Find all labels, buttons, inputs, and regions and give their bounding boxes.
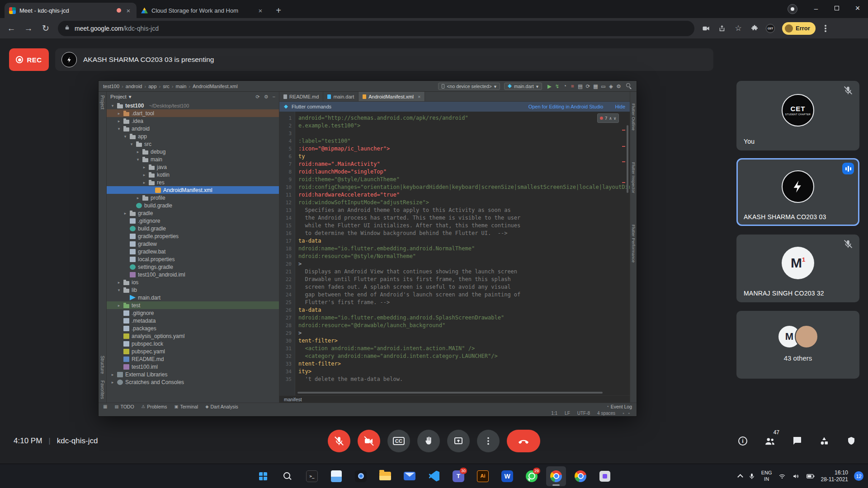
end-call-button[interactable] — [507, 430, 540, 452]
vertical-scrollbar[interactable] — [627, 125, 628, 193]
tool-window-button[interactable]: ▤ TODO — [114, 404, 134, 409]
tree-item[interactable]: ▾ test100 ~/Desktop/test100 — [107, 102, 279, 109]
notification-count-badge[interactable]: 12 — [854, 471, 863, 481]
taskbar-icon[interactable] — [473, 466, 493, 486]
tree-item[interactable]: ▸ gradle — [107, 209, 279, 217]
tab-close-icon[interactable]: × — [257, 7, 264, 14]
captions-button[interactable]: CC — [387, 430, 410, 452]
error-stripe-mark[interactable] — [622, 146, 625, 147]
taskbar-icon[interactable] — [351, 466, 371, 486]
tree-item[interactable]: build.gradle — [107, 202, 279, 209]
project-header-label[interactable]: Project — [110, 94, 127, 99]
error-count-widget[interactable]: 7 ∧ ∨ — [597, 113, 619, 123]
tree-item[interactable]: .packages — [107, 324, 279, 332]
tree-item[interactable]: ▸ Scratches and Consoles — [107, 378, 279, 386]
event-log-button[interactable]: ◔ Event Log — [606, 404, 632, 409]
hidden-icons-chevron[interactable] — [737, 474, 743, 480]
expander-icon[interactable]: ▸ — [136, 196, 140, 200]
right-stripe-tab[interactable]: Flutter Inspector — [631, 162, 636, 193]
tree-item[interactable]: test100_android.iml — [107, 271, 279, 278]
expander-icon[interactable]: ▾ — [123, 134, 127, 139]
tree-item[interactable]: ▾ src — [107, 140, 279, 148]
studio-toolbar-icon[interactable]: ▤ — [577, 83, 584, 89]
tree-item[interactable]: ▸ .idea — [107, 117, 279, 125]
participant-tile-others[interactable]: M 43 others — [736, 311, 859, 379]
taskbar-icon[interactable] — [571, 466, 590, 486]
bookmark-star-icon[interactable]: ☆ — [733, 23, 743, 33]
taskbar-icon[interactable] — [278, 466, 297, 486]
host-controls-button[interactable] — [845, 435, 857, 447]
studio-toolbar-icon[interactable]: ◔ — [561, 83, 568, 89]
tree-item[interactable]: main.dart — [107, 294, 279, 301]
profile-error-chip[interactable]: Error — [782, 22, 816, 35]
expander-icon[interactable]: ▾ — [117, 288, 121, 292]
project-header-icon[interactable]: ⟳ — [255, 94, 259, 100]
hide-link[interactable]: Hide — [615, 104, 625, 109]
chevron-down-icon[interactable]: ▾ — [129, 94, 132, 100]
tree-item[interactable]: pubspec.lock — [107, 340, 279, 347]
status-item[interactable]: 4 spaces — [597, 411, 615, 416]
tree-item[interactable]: ▸ ios — [107, 278, 279, 286]
taskbar-icon[interactable] — [253, 466, 273, 486]
tree-item[interactable]: ▸ kotlin — [107, 171, 279, 178]
tree-item[interactable]: README.md — [107, 355, 279, 363]
device-selector[interactable]: <no device selected> ▾ — [438, 83, 500, 90]
tree-item[interactable]: pubspec.yaml — [107, 347, 279, 355]
tool-windows-toggle-icon[interactable]: ▦ — [103, 404, 107, 409]
volume-icon[interactable] — [792, 472, 800, 480]
tree-item[interactable]: ▾ main — [107, 155, 279, 163]
tree-item[interactable]: .metadata — [107, 317, 279, 324]
expander-icon[interactable]: ▸ — [117, 111, 121, 116]
present-button[interactable] — [447, 430, 470, 452]
tool-window-button[interactable]: ◆ Dart Analysis — [205, 404, 238, 409]
share-icon[interactable] — [718, 24, 726, 33]
forward-button[interactable]: → — [24, 23, 33, 33]
minimize-button[interactable]: – — [806, 0, 826, 16]
tree-item[interactable]: local.properties — [107, 255, 279, 263]
right-stripe-tab[interactable]: Flutter Performance — [631, 225, 636, 263]
expander-icon[interactable]: ▸ — [110, 372, 115, 377]
tab-meet[interactable]: Meet - kdc-qhis-jcd × — [5, 3, 137, 18]
expander-icon[interactable]: ▸ — [136, 150, 140, 154]
expander-icon[interactable]: ▸ — [117, 280, 121, 285]
battery-icon[interactable] — [806, 472, 815, 481]
project-header-icon[interactable]: − — [273, 94, 275, 100]
language-indicator[interactable]: ENG IN — [761, 470, 772, 482]
horizontal-scrollbar[interactable] — [297, 392, 603, 394]
tree-item[interactable]: ▸ res — [107, 178, 279, 186]
recorder-indicator-icon[interactable] — [788, 4, 797, 14]
studio-toolbar-icon[interactable]: ▭ — [600, 83, 607, 89]
tree-item[interactable]: gradlew — [107, 240, 279, 248]
tree-item[interactable]: ▸ test — [107, 301, 279, 309]
camera-off-button[interactable] — [358, 430, 380, 452]
meeting-details-button[interactable]: i — [737, 435, 749, 447]
participant-tile-akash[interactable]: AKASH SHARMA CO203 03 — [736, 158, 859, 226]
tree-item[interactable]: ▸ .dart_tool — [107, 109, 279, 117]
cet-extension-icon[interactable]: CET — [766, 24, 775, 33]
project-stripe-tab[interactable]: Project — [100, 95, 105, 109]
expander-icon[interactable]: ▾ — [110, 103, 115, 108]
breadcrumb-item[interactable]: app — [142, 84, 156, 89]
favorites-stripe-tab[interactable]: Favorites — [100, 380, 105, 399]
close-button[interactable]: × — [847, 0, 868, 16]
camera-in-use-icon[interactable] — [702, 24, 711, 33]
expander-icon[interactable]: ▸ — [142, 180, 146, 185]
taskbar-icon[interactable] — [546, 466, 566, 486]
prev-error-icon[interactable]: ∧ — [609, 114, 612, 122]
studio-toolbar-icon[interactable]: ▦ — [592, 83, 599, 89]
studio-toolbar-icon[interactable]: ■ — [569, 83, 576, 89]
participants-button[interactable]: 47 — [764, 435, 776, 447]
expander-icon[interactable]: ▸ — [117, 303, 121, 308]
chat-button[interactable] — [791, 435, 803, 447]
tool-window-button[interactable]: ⚠ Problems — [142, 404, 167, 409]
breadcrumb-item[interactable]: android — [119, 84, 142, 89]
breadcrumb-item[interactable]: src — [157, 84, 170, 89]
editor-tab[interactable]: README.md — [279, 92, 323, 101]
mic-off-button[interactable] — [328, 430, 350, 452]
tool-window-button[interactable]: ▣ Terminal — [174, 404, 198, 409]
project-header-icon[interactable]: ⚙ — [264, 94, 269, 100]
editor-tab[interactable]: AndroidManifest.xml — [359, 92, 425, 101]
tree-item[interactable]: analysis_options.yaml — [107, 332, 279, 340]
taskbar-icon[interactable] — [400, 466, 420, 486]
expander-icon[interactable]: ▾ — [129, 142, 134, 146]
